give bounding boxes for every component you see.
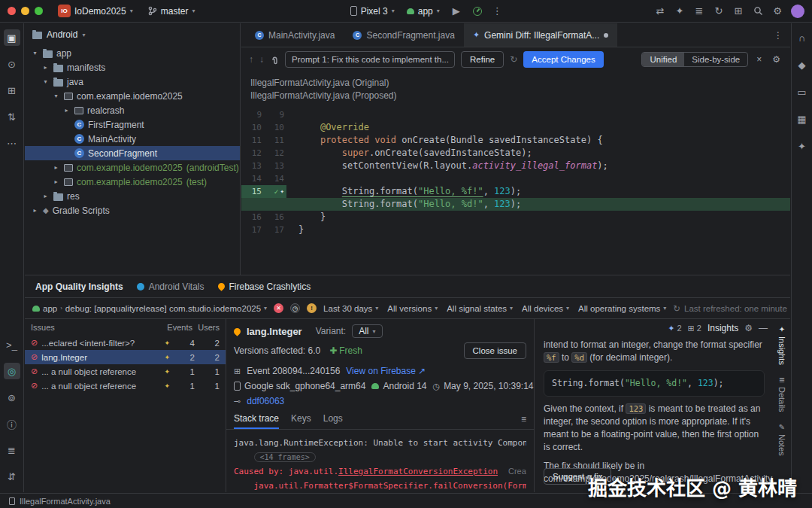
project-view-selector[interactable]: Android ▾ (25, 23, 240, 46)
stack-trace[interactable]: java.lang.RuntimeException: Unable to st… (226, 430, 534, 492)
tab-logs[interactable]: Logs (323, 413, 343, 429)
module-variant-selector[interactable]: app › debug: [appqualityrelease] com.stu… (32, 304, 267, 313)
branch-selector[interactable]: master ▾ (144, 5, 200, 18)
tree-item-gradle-scripts[interactable]: ▸◆Gradle Scripts (25, 203, 240, 217)
variant-dropdown[interactable]: All ▾ (352, 324, 382, 338)
device-selector[interactable]: Pixel 3 ▾ (346, 5, 399, 18)
running-devices-icon[interactable]: ▦ (794, 111, 810, 127)
terminal-icon[interactable]: >_ (4, 336, 20, 353)
filter-all-devices[interactable]: All devices▾ (522, 304, 569, 313)
tab-stack-trace[interactable]: Stack trace (234, 413, 279, 429)
previous-change-icon[interactable]: ↑ (249, 54, 253, 65)
right-tab-details[interactable]: ≣Details (777, 376, 786, 412)
refine-button[interactable]: Refine (461, 51, 504, 68)
search-everywhere-button[interactable] (749, 3, 767, 20)
filter-last-30-days[interactable]: Last 30 days▾ (323, 304, 378, 313)
next-change-icon[interactable]: ↓ (259, 54, 264, 65)
editor-tab-options-icon[interactable]: ⋮ (766, 23, 790, 47)
tab-android-vitals[interactable]: Android Vitals (137, 281, 205, 292)
filter-all-operating-systems[interactable]: All operating systems▾ (578, 304, 666, 313)
right-tab-insights[interactable]: ✦Insights (777, 325, 786, 365)
close-diff-icon[interactable]: × (754, 54, 764, 65)
device-streaming-icon[interactable]: ⇄ (651, 3, 669, 20)
tab-firebase-crashlytics[interactable]: Firebase Crashlytics (218, 281, 311, 292)
unified-view-button[interactable]: Unified (642, 53, 684, 66)
side-by-side-view-button[interactable]: Side-by-side (684, 53, 747, 66)
users-column-header[interactable]: Users (192, 323, 220, 332)
nonfatal-signal-icon[interactable]: ! (307, 303, 317, 313)
commit-icon[interactable]: ⊙ (4, 56, 20, 72)
insights-settings-icon[interactable]: ⚙ (744, 323, 753, 333)
tab-keys[interactable]: Keys (291, 413, 311, 429)
structure-icon[interactable]: ⊞ (4, 82, 20, 99)
refresh-icon[interactable]: ↻ (673, 303, 680, 314)
regenerate-icon[interactable]: ↻ (510, 54, 517, 65)
gradle-icon[interactable]: ◆ (794, 56, 810, 73)
editor-tab-gemini-diff-illegalformata[interactable]: ✦Gemini Diff: IllegalFormatA... (464, 23, 617, 47)
pull-requests-icon[interactable]: ⇅ (4, 108, 20, 125)
tree-item-com-example-iodemo2025-test[interactable]: ▸com.example.iodemo2025 (test) (25, 175, 240, 189)
stack-trace-line[interactable]: java.lang.RuntimeException: Unable to st… (234, 436, 526, 450)
issue-row[interactable]: ⊘... a null object reference✦11 (25, 364, 226, 379)
run-button[interactable]: ▶ (447, 3, 465, 20)
ai-chat-icon[interactable]: ✦ (671, 3, 689, 20)
user-avatar[interactable] (791, 5, 804, 18)
events-column-header[interactable]: Events (165, 323, 192, 332)
right-tab-notes[interactable]: ✎Notes (777, 423, 786, 456)
close-issue-button[interactable]: Close issue (464, 342, 526, 359)
diff-code-view[interactable]: 991010 @Override1111 protected void onCr… (241, 104, 790, 236)
more-icon[interactable]: ⋯ (4, 135, 20, 151)
tree-item-firstfragment[interactable]: CFirstFragment (25, 117, 240, 132)
version-control-icon[interactable]: ⇵ (4, 468, 20, 485)
stack-trace-line[interactable]: java.util.Formatter$FormatSpecifier.fail… (234, 479, 526, 492)
tree-item-res[interactable]: ▸res (25, 189, 240, 203)
task-list-icon[interactable]: ≣ (690, 3, 708, 20)
notifications-icon[interactable]: ∩ (794, 29, 810, 46)
more-run-actions-icon[interactable]: ⋮ (489, 5, 505, 17)
tree-item-java[interactable]: ▾java (25, 75, 240, 89)
tree-item-mainactivity[interactable]: CMainActivity (25, 132, 240, 146)
close-window-button[interactable] (8, 7, 16, 15)
soft-wrap-icon[interactable]: ≡ (521, 414, 526, 428)
sync-icon[interactable]: ↻ (710, 3, 728, 20)
build-icon[interactable]: ⊚ (4, 389, 20, 406)
tree-item-realcrash[interactable]: ▸realcrash (25, 103, 240, 117)
problems-icon[interactable]: ⓘ (4, 415, 20, 432)
tree-item-manifests[interactable]: ▸manifests (25, 60, 240, 75)
project-selector[interactable]: IO IoDemo2025 ▾ (53, 3, 138, 19)
crash-signal-icon[interactable]: ✕ (274, 303, 283, 313)
anr-signal-icon[interactable]: ◷ (290, 303, 300, 313)
attachment-icon[interactable] (270, 54, 279, 65)
run-config-selector[interactable]: app ▾ (402, 5, 444, 18)
prompt-field[interactable]: Prompt 1: Fix this code to implement th.… (285, 51, 455, 68)
project-icon[interactable]: ▣ (4, 29, 20, 46)
stack-trace-line[interactable]: Caused by: java.util.IllegalFormatConver… (234, 464, 526, 479)
zoom-window-button[interactable] (35, 7, 43, 15)
tree-item-com-example-iodemo2025-androidtest[interactable]: ▸com.example.iodemo2025 (androidTest) (25, 160, 240, 175)
logcat-icon[interactable]: ≣ (4, 442, 20, 458)
issue-row[interactable]: ⊘...eclared <intent-filter>?✦42 (25, 336, 226, 350)
editor-tab-mainactivity-java[interactable]: CMainActivity.java (246, 23, 344, 47)
issues-column-header[interactable]: Issues (31, 323, 165, 332)
stack-trace-line[interactable]: <14 frames> (234, 450, 526, 464)
device-manager-icon[interactable]: ▭ (794, 84, 810, 100)
issue-row[interactable]: ⊘lang.Integer✦22 (25, 350, 226, 364)
filter-all-versions[interactable]: All versions▾ (387, 304, 438, 313)
editor-tab-secondfragment-java[interactable]: CSecondFragment.java (344, 23, 463, 47)
issue-row[interactable]: ⊘... a null object reference✦11 (25, 379, 226, 393)
settings-button[interactable]: ⚙ (768, 3, 786, 20)
session-id-link[interactable]: ddf06063 (247, 396, 284, 406)
hide-panel-icon[interactable]: — (759, 323, 768, 333)
view-on-firebase-link[interactable]: View on Firebase ↗ (346, 366, 426, 376)
diff-settings-icon[interactable]: ⚙ (770, 54, 783, 65)
filter-all-signal-states[interactable]: All signal states▾ (447, 304, 513, 313)
tree-item-secondfragment[interactable]: CSecondFragment (25, 146, 240, 160)
app-quality-insights-icon[interactable]: ◎ (4, 363, 20, 379)
tree-item-app[interactable]: ▾app (25, 46, 240, 60)
gemini-icon[interactable]: ✦ (794, 138, 810, 154)
tree-item-com-example-iodemo2025[interactable]: ▾com.example.iodemo2025 (25, 89, 240, 103)
layout-inspector-icon[interactable]: ⊞ (729, 3, 747, 20)
profiler-button[interactable] (468, 3, 486, 20)
minimize-window-button[interactable] (21, 7, 29, 15)
accept-changes-button[interactable]: Accept Changes (523, 51, 603, 68)
